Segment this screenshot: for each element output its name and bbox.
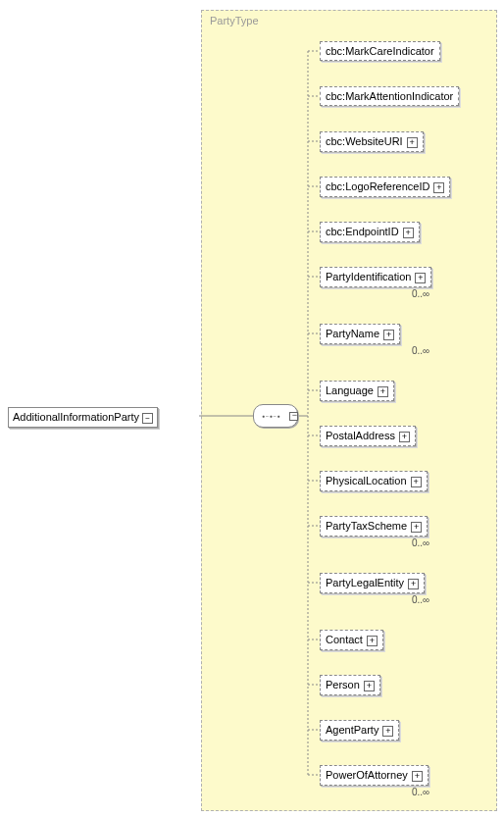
container-label: PartyType: [210, 15, 259, 26]
child-element[interactable]: PartyIdentification+: [320, 267, 431, 287]
expand-icon[interactable]: +: [382, 726, 393, 737]
child-label: cbc:LogoReferenceID: [326, 180, 429, 192]
expand-icon[interactable]: +: [412, 771, 423, 782]
expand-icon[interactable]: +: [407, 137, 418, 148]
sequence-dots-icon: ●–●–●: [262, 413, 281, 419]
child-label: cbc:MarkCareIndicator: [326, 45, 434, 57]
sequence-compositor[interactable]: ●–●–● −: [253, 404, 298, 428]
child-element[interactable]: AgentParty+: [320, 720, 399, 741]
child-element[interactable]: cbc:MarkCareIndicator: [320, 41, 440, 61]
child-element[interactable]: PowerOfAttorney+: [320, 765, 428, 786]
child-label: PartyLegalEntity: [326, 577, 404, 588]
cardinality-label: 0..∞: [412, 288, 429, 299]
child-label: PartyIdentification: [326, 271, 411, 282]
sequence-collapse-icon: −: [292, 410, 297, 420]
child-label: Contact: [326, 634, 363, 645]
child-element[interactable]: PartyLegalEntity+: [320, 573, 425, 593]
child-label: PartyName: [326, 328, 379, 339]
expand-icon[interactable]: +: [408, 579, 419, 589]
child-label: AgentParty: [326, 724, 378, 736]
child-label: cbc:EndpointID: [326, 226, 399, 237]
child-element[interactable]: PartyTaxScheme+: [320, 516, 428, 537]
child-element[interactable]: PhysicalLocation+: [320, 471, 428, 491]
child-label: PostalAddress: [326, 430, 395, 441]
child-label: cbc:MarkAttentionIndicator: [326, 90, 453, 102]
root-element[interactable]: AdditionalInformationParty−: [8, 407, 158, 428]
root-label: AdditionalInformationParty: [13, 411, 139, 423]
child-label: Person: [326, 679, 360, 690]
child-label: PhysicalLocation: [326, 475, 407, 486]
child-label: PartyTaxScheme: [326, 520, 407, 532]
child-label: cbc:WebsiteURI: [326, 135, 403, 147]
expand-icon[interactable]: +: [433, 182, 444, 193]
child-element[interactable]: Contact+: [320, 630, 383, 650]
expand-icon[interactable]: +: [411, 522, 422, 533]
cardinality-label: 0..∞: [412, 537, 429, 548]
child-element[interactable]: Person+: [320, 675, 380, 695]
child-label: PowerOfAttorney: [326, 769, 408, 781]
child-element[interactable]: cbc:EndpointID+: [320, 222, 420, 242]
cardinality-label: 0..∞: [412, 345, 429, 356]
child-element[interactable]: PartyName+: [320, 324, 400, 344]
expand-icon[interactable]: +: [383, 330, 394, 340]
child-element[interactable]: cbc:MarkAttentionIndicator: [320, 86, 459, 106]
child-element[interactable]: Language+: [320, 381, 394, 401]
child-label: Language: [326, 384, 374, 396]
child-element[interactable]: cbc:LogoReferenceID+: [320, 177, 450, 197]
expand-icon[interactable]: +: [411, 477, 422, 487]
expand-icon[interactable]: +: [399, 432, 410, 442]
child-element[interactable]: cbc:WebsiteURI+: [320, 131, 424, 152]
expand-icon[interactable]: +: [364, 681, 375, 691]
expand-icon[interactable]: +: [403, 228, 414, 238]
expand-icon[interactable]: +: [378, 386, 388, 397]
child-element[interactable]: PostalAddress+: [320, 426, 416, 446]
cardinality-label: 0..∞: [412, 787, 429, 797]
cardinality-label: 0..∞: [412, 594, 429, 605]
collapse-icon[interactable]: −: [142, 413, 153, 424]
expand-icon[interactable]: +: [367, 636, 378, 646]
expand-icon[interactable]: +: [415, 273, 426, 283]
